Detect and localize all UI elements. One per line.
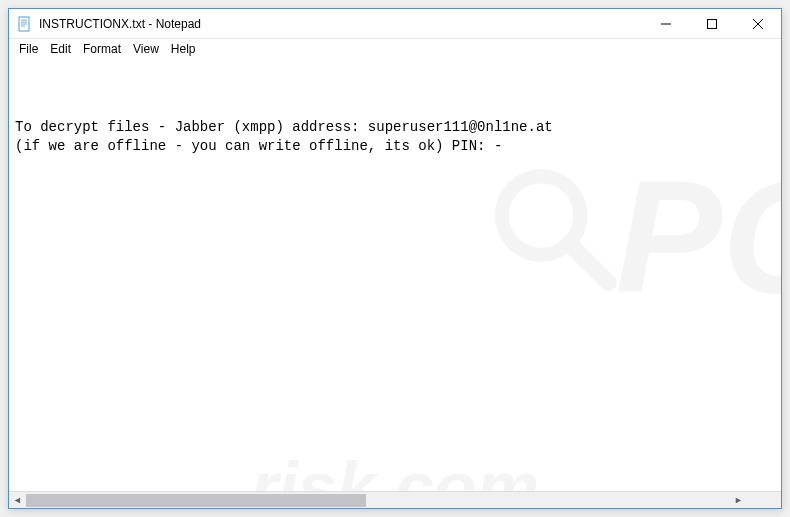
scroll-left-arrow-icon[interactable]: ◄ [9, 492, 26, 509]
menubar: File Edit Format View Help [9, 39, 781, 59]
menu-format[interactable]: Format [77, 40, 127, 58]
menu-view[interactable]: View [127, 40, 165, 58]
text-line-1: To decrypt files - Jabber (xmpp) address… [15, 119, 553, 135]
svg-point-9 [502, 176, 580, 254]
minimize-button[interactable] [643, 9, 689, 39]
watermark-bottom-text: risk.com [251, 440, 539, 491]
close-button[interactable] [735, 9, 781, 39]
menu-file[interactable]: File [13, 40, 44, 58]
minimize-icon [661, 19, 671, 29]
menu-edit[interactable]: Edit [44, 40, 77, 58]
maximize-icon [707, 19, 717, 29]
close-icon [753, 19, 763, 29]
maximize-button[interactable] [689, 9, 735, 39]
window-title: INSTRUCTIONX.txt - Notepad [39, 17, 643, 31]
scrollbar-corner [747, 492, 764, 509]
menu-help[interactable]: Help [165, 40, 202, 58]
scroll-right-arrow-icon[interactable]: ► [730, 492, 747, 509]
text-line-2: (if we are offline - you can write offli… [15, 138, 502, 154]
watermark-top-text: PC [616, 166, 781, 310]
scrollbar-track[interactable]: ◄ ► [9, 492, 764, 509]
horizontal-scrollbar[interactable]: ◄ ► [9, 491, 781, 508]
svg-rect-6 [708, 20, 717, 29]
editor-content: To decrypt files - Jabber (xmpp) address… [15, 118, 775, 156]
titlebar[interactable]: INSTRUCTIONX.txt - Notepad [9, 9, 781, 39]
text-editor-area[interactable]: PC risk.com To decrypt files - Jabber (x… [9, 59, 781, 491]
svg-line-10 [570, 243, 609, 282]
notepad-icon [17, 16, 33, 32]
notepad-window: INSTRUCTIONX.txt - Notepad File Edit For… [8, 8, 782, 509]
window-controls [643, 9, 781, 38]
scrollbar-thumb[interactable] [26, 494, 366, 507]
